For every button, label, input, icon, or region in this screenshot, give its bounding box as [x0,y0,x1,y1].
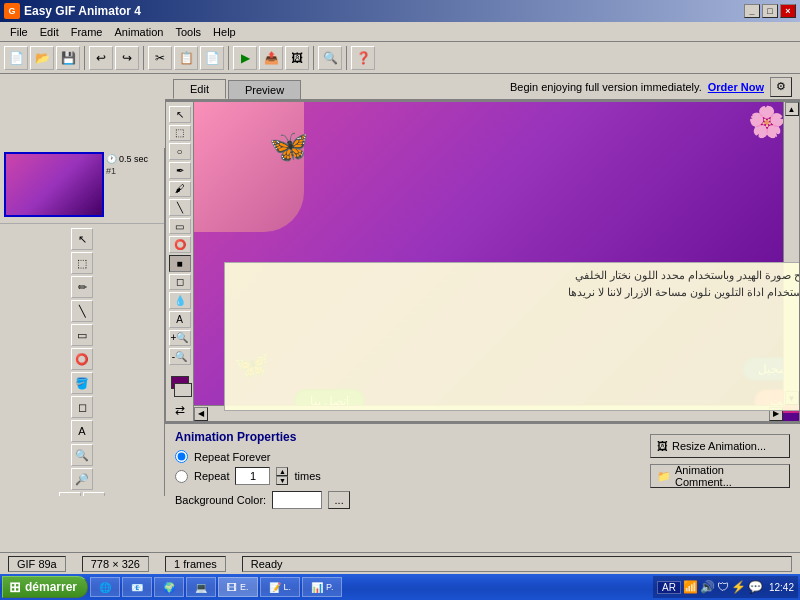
app1-icon: 🌐 [99,582,111,593]
tab-edit[interactable]: Edit [173,79,226,99]
tray-security-icon[interactable]: 🛡 [717,580,729,594]
tray-msg-icon[interactable]: 💬 [748,580,763,594]
frame-entry[interactable]: 🕐 0.5 sec #1 [4,152,160,217]
canvas-tool-ellipse2[interactable]: ⭕ [169,236,191,253]
app2-icon: 📧 [131,582,143,593]
menu-bar: File Edit Frame Animation Tools Help [0,22,800,42]
taskbar-app3[interactable]: 🌍 [154,577,184,597]
undo-button[interactable]: ↩ [89,46,113,70]
toolbar-sep2 [143,46,144,70]
settings-icon[interactable]: ⚙ [770,77,792,97]
resize-animation-button[interactable]: 🖼 Resize Animation... [650,434,790,458]
bg-color-label: Background Color: [175,494,266,506]
app-icon: G [4,3,20,19]
canvas-inner: 🌸🌸 🦋 🦋 التسجيل اتصل بنا البحث نفتح صورة … [194,102,800,421]
menu-animation[interactable]: Animation [108,24,169,40]
tray-power-icon[interactable]: ⚡ [731,580,746,594]
tray-network-icon[interactable]: 📶 [683,580,698,594]
repeat-radio[interactable] [175,470,188,483]
tray-sound-icon[interactable]: 🔊 [700,580,715,594]
taskbar-app1[interactable]: 🌐 [90,577,120,597]
canvas-tool-line[interactable]: ╲ [169,199,191,216]
new-button[interactable]: 📄 [4,46,28,70]
canvas-tool-text2[interactable]: A [169,311,191,328]
canvas-tool-brush[interactable]: 🖌 [169,181,191,198]
taskbar-tray: AR 📶 🔊 🛡 ⚡ 💬 12:42 [653,576,798,598]
taskbar-app6[interactable]: 📝 L. [260,577,301,597]
frame-thumbnail[interactable] [4,152,104,217]
preview-button[interactable]: 🖼 [285,46,309,70]
spin-up[interactable]: ▲ [276,467,288,476]
close-button[interactable]: × [780,4,796,18]
canvas-area[interactable]: ↖ ⬚ ○ ✒ 🖌 ╲ ▭ ⭕ ■ ◻ 💧 A +🔍 -🔍 ⇄ [165,101,800,422]
export-button[interactable]: 📤 [259,46,283,70]
taskbar-app2[interactable]: 📧 [122,577,152,597]
order-now-link[interactable]: Order Now [708,81,764,93]
minimize-button[interactable]: _ [744,4,760,18]
tool-select2[interactable]: ↗ [59,492,81,496]
animation-comment-button[interactable]: 📁 Animation Comment... [650,464,790,488]
scroll-up-btn[interactable]: ▲ [785,102,799,116]
frame-time: 🕐 0.5 sec [106,154,148,164]
save-button[interactable]: 💾 [56,46,80,70]
status-ready: Ready [242,556,792,572]
tool-zoom-in[interactable]: 🔍 [71,444,93,466]
menu-tools[interactable]: Tools [169,24,207,40]
animation-side-buttons: 🖼 Resize Animation... 📁 Animation Commen… [650,434,790,488]
canvas-tool-zoomout[interactable]: -🔍 [169,348,191,365]
tool-fill[interactable]: 🪣 [71,372,93,394]
repeat-times-input[interactable] [235,467,270,485]
open-button[interactable]: 📂 [30,46,54,70]
tool-line[interactable]: ╲ [71,300,93,322]
menu-help[interactable]: Help [207,24,242,40]
start-button[interactable]: ⊞ démarrer [2,576,88,598]
paste-button[interactable]: 📄 [200,46,224,70]
bg-color-swatch[interactable] [272,491,322,509]
frames-panel: 🕐 0.5 sec #1 ↖ ⬚ ✏ ╲ ▭ ⭕ 🪣 ◻ A 🔍 🔎 ↗ [0,148,165,496]
canvas-tool-arrow[interactable]: ↖ [169,106,191,123]
repeat-spinner: ▲ ▼ [276,467,288,485]
tool-eraser[interactable]: ◻ [71,396,93,418]
canvas-tool-erase[interactable]: ◻ [169,274,191,291]
tool-select[interactable]: ↖ [71,228,93,250]
canvas-tool-zoomin[interactable]: +🔍 [169,330,191,347]
tool-wand[interactable]: ✦ [83,492,105,496]
zoom-button[interactable]: 🔍 [318,46,342,70]
canvas-tool-pen[interactable]: ✒ [169,162,191,179]
taskbar-app5[interactable]: 🎞 E. [218,577,258,597]
taskbar-app4[interactable]: 💻 [186,577,216,597]
info-bar: Begin enjoying full version immediately.… [303,74,800,100]
menu-file[interactable]: File [4,24,34,40]
scroll-left-btn[interactable]: ◀ [194,407,208,421]
copy-button[interactable]: 📋 [174,46,198,70]
tool-rect[interactable]: ▭ [71,324,93,346]
tool-zoom-out[interactable]: 🔎 [71,468,93,490]
tool-text[interactable]: A [71,420,93,442]
menu-frame[interactable]: Frame [65,24,109,40]
taskbar-app7[interactable]: 📊 P. [302,577,342,597]
canvas-tool-select-color[interactable]: 💧 [169,292,191,309]
canvas-bg-swatch[interactable] [174,383,192,397]
redo-button[interactable]: ↪ [115,46,139,70]
repeat-forever-radio[interactable] [175,450,188,463]
help-button[interactable]: ❓ [351,46,375,70]
tool-ellipse[interactable]: ⭕ [71,348,93,370]
bg-color-picker-btn[interactable]: ... [328,491,350,509]
tab-preview[interactable]: Preview [228,80,301,99]
app5-label: E. [240,582,249,592]
canvas-tool-marquee[interactable]: ⬚ [169,125,191,142]
spin-down[interactable]: ▼ [276,476,288,485]
language-indicator[interactable]: AR [657,581,681,594]
canvas-tool-fill2[interactable]: ■ [169,255,191,272]
play-button[interactable]: ▶ [233,46,257,70]
repeat-forever-label: Repeat Forever [194,451,270,463]
titlebar-controls[interactable]: _ □ × [744,4,796,18]
maximize-button[interactable]: □ [762,4,778,18]
canvas-tool-lasso[interactable]: ○ [169,143,191,160]
tool-pencil[interactable]: ✏ [71,276,93,298]
tool-marquee[interactable]: ⬚ [71,252,93,274]
canvas-swap-icon[interactable]: ⇄ [175,403,185,417]
menu-edit[interactable]: Edit [34,24,65,40]
canvas-tool-shape[interactable]: ▭ [169,218,191,235]
cut-button[interactable]: ✂ [148,46,172,70]
